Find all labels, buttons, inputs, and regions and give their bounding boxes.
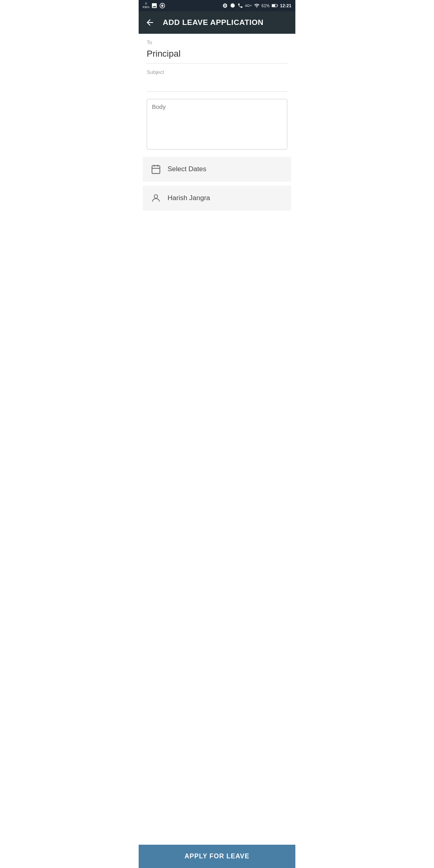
alarm-icon	[230, 3, 235, 8]
svg-rect-5	[152, 166, 160, 174]
app-header: ADD LEAVE APPLICATION	[139, 11, 295, 34]
status-left: 0 KB/s	[143, 2, 166, 9]
hotspot-icon	[222, 3, 228, 8]
to-label: To	[147, 39, 287, 45]
person-icon	[151, 193, 161, 203]
body-field-wrapper	[147, 99, 287, 149]
subject-label: Subject	[147, 69, 287, 75]
page-title: ADD LEAVE APPLICATION	[163, 18, 264, 27]
battery-percentage: 61%	[262, 4, 270, 8]
subject-field-group: Subject	[139, 63, 295, 91]
svg-rect-3	[277, 5, 278, 6]
photo-icon	[151, 2, 158, 9]
battery-icon	[272, 3, 278, 8]
select-dates-label: Select Dates	[168, 165, 206, 173]
status-right: 4G+ 61% 12:21	[222, 3, 291, 8]
body-textarea[interactable]	[152, 103, 282, 143]
subject-divider	[147, 91, 287, 92]
applicant-name: Harish Jangra	[168, 194, 210, 202]
calendar-icon	[151, 164, 161, 174]
signal-icon	[254, 3, 260, 8]
svg-point-1	[161, 4, 163, 6]
time-display: 12:21	[280, 3, 291, 8]
subject-input[interactable]	[147, 77, 287, 91]
back-arrow-icon	[145, 18, 155, 27]
back-button[interactable]	[145, 18, 155, 27]
to-field-group: To Principal	[139, 34, 295, 63]
circle-icon	[159, 2, 166, 9]
phone-icon	[237, 3, 243, 8]
svg-point-9	[154, 194, 158, 198]
kb-indicator: 0 KB/s	[143, 2, 149, 9]
content-area: To Principal Subject Select Dates	[139, 34, 295, 313]
svg-rect-4	[272, 4, 275, 6]
network-label: 4G+	[245, 4, 252, 8]
to-value: Principal	[147, 47, 287, 63]
select-dates-row[interactable]: Select Dates	[143, 157, 291, 182]
applicant-row[interactable]: Harish Jangra	[143, 186, 291, 211]
status-bar: 0 KB/s 4G+ 61%	[139, 0, 295, 11]
